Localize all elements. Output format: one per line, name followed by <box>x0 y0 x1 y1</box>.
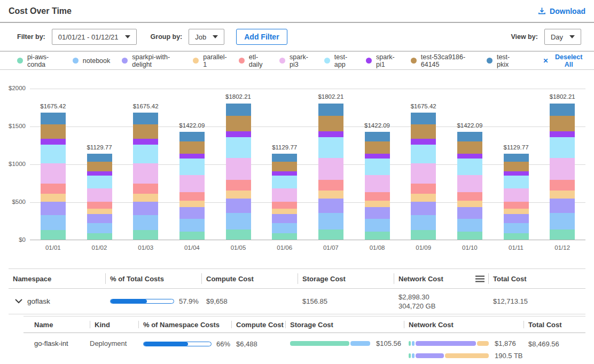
bar-segment-sparkpi-with-delight[interactable] <box>457 207 482 218</box>
bar-segment-spark-pi1[interactable] <box>226 131 251 138</box>
bar-segment-test-app[interactable] <box>457 159 482 175</box>
bar-segment-etl-daily[interactable] <box>272 202 297 209</box>
bar-segment-sparkpi-with-delight[interactable] <box>87 214 112 223</box>
bar-segment-test-pkix[interactable] <box>457 132 482 141</box>
bar-segment-spark-pi1[interactable] <box>550 131 575 138</box>
add-filter-button[interactable]: Add Filter <box>236 29 287 45</box>
stacked-bar[interactable] <box>179 132 205 240</box>
legend-item-spark-pi3[interactable]: spark-pi3 <box>279 53 312 68</box>
bar-segment-spark-pi3[interactable] <box>272 188 297 202</box>
bar-segment-spark-pi1[interactable] <box>179 154 205 159</box>
bar-segment-spark-pi1[interactable] <box>133 139 158 145</box>
stacked-bar[interactable] <box>411 113 436 240</box>
bar-segment-notebook[interactable] <box>550 213 575 230</box>
legend-item-notebook[interactable]: notebook <box>73 57 110 65</box>
bar-segment-notebook[interactable] <box>133 215 158 231</box>
bar-segment-test-app[interactable] <box>411 145 436 164</box>
bar-segment-test-pkix[interactable] <box>272 154 297 162</box>
bar-segment-etl-daily[interactable] <box>411 184 436 194</box>
bar-segment-test-app[interactable] <box>226 137 251 157</box>
stacked-bar[interactable] <box>550 104 575 240</box>
bar-segment-pi-aws-conda[interactable] <box>550 230 575 240</box>
bar-segment-sparkpi-with-delight[interactable] <box>41 202 66 215</box>
bar-segment-pi-aws-conda[interactable] <box>133 230 158 240</box>
bar-segment-spark-pi3[interactable] <box>41 163 66 184</box>
bar-segment-etl-daily[interactable] <box>318 180 343 191</box>
download-button[interactable]: Download <box>538 7 585 15</box>
bar-segment-test-app[interactable] <box>272 176 297 188</box>
view-by-select[interactable]: Day <box>544 29 581 45</box>
bar-segment-test-pkix[interactable] <box>318 104 343 116</box>
bar-segment-notebook[interactable] <box>411 215 436 231</box>
bar-segment-spark-pi1[interactable] <box>318 131 343 138</box>
stacked-bar[interactable] <box>87 154 112 240</box>
bar-segment-etl-daily[interactable] <box>504 202 529 209</box>
bar-segment-spark-pi3[interactable] <box>411 163 436 184</box>
bar-segment-parallel-1[interactable] <box>133 194 158 201</box>
bar-segment-notebook[interactable] <box>226 213 251 230</box>
bar-segment-spark-pi3[interactable] <box>318 158 343 180</box>
bar-segment-spark-pi3[interactable] <box>87 188 112 202</box>
bar-segment-test-app[interactable] <box>504 176 529 188</box>
stacked-bar[interactable] <box>365 132 390 240</box>
bar-segment-test-53ca9186-64145[interactable] <box>318 116 343 131</box>
bar-segment-spark-pi1[interactable] <box>411 139 436 145</box>
bar-segment-sparkpi-with-delight[interactable] <box>550 199 575 213</box>
legend-item-test-app[interactable]: test-app <box>324 53 354 68</box>
bar-segment-parallel-1[interactable] <box>457 201 482 207</box>
bar-segment-test-pkix[interactable] <box>550 104 575 116</box>
bar-segment-test-pkix[interactable] <box>179 132 205 141</box>
stacked-bar[interactable] <box>318 104 343 240</box>
bar-segment-test-app[interactable] <box>550 137 575 157</box>
bar-segment-notebook[interactable] <box>504 223 529 233</box>
bar-segment-pi-aws-conda[interactable] <box>504 233 529 240</box>
bar-segment-etl-daily[interactable] <box>133 184 158 194</box>
bar-segment-spark-pi3[interactable] <box>179 175 205 192</box>
bar-segment-pi-aws-conda[interactable] <box>318 230 343 240</box>
bar-segment-test-53ca9186-64145[interactable] <box>226 116 251 131</box>
bar-segment-spark-pi1[interactable] <box>504 171 529 175</box>
bar-segment-pi-aws-conda[interactable] <box>411 230 436 240</box>
bar-segment-sparkpi-with-delight[interactable] <box>318 199 343 213</box>
deselect-all-button[interactable]: ✕ Deselect All <box>543 53 585 68</box>
bar-segment-spark-pi1[interactable] <box>457 154 482 159</box>
legend-item-etl-daily[interactable]: etl-daily <box>239 53 268 68</box>
bar-segment-spark-pi1[interactable] <box>41 139 66 145</box>
bar-segment-test-pkix[interactable] <box>411 113 436 124</box>
bar-segment-test-53ca9186-64145[interactable] <box>365 141 390 154</box>
bar-segment-notebook[interactable] <box>365 219 390 232</box>
bar-segment-etl-daily[interactable] <box>457 192 482 201</box>
bar-segment-test-pkix[interactable] <box>133 113 158 124</box>
bar-segment-sparkpi-with-delight[interactable] <box>133 202 158 215</box>
bar-segment-test-53ca9186-64145[interactable] <box>457 141 482 154</box>
bar-segment-etl-daily[interactable] <box>179 192 205 201</box>
bar-segment-notebook[interactable] <box>87 223 112 233</box>
bar-segment-spark-pi1[interactable] <box>365 154 390 159</box>
bar-segment-test-53ca9186-64145[interactable] <box>272 162 297 172</box>
bar-segment-spark-pi3[interactable] <box>457 175 482 192</box>
bar-segment-pi-aws-conda[interactable] <box>87 233 112 240</box>
bar-segment-notebook[interactable] <box>457 219 482 232</box>
column-menu-icon[interactable] <box>475 275 485 283</box>
bar-segment-test-53ca9186-64145[interactable] <box>550 116 575 131</box>
stacked-bar[interactable] <box>226 104 251 240</box>
legend-item-sparkpi-with-delight[interactable]: sparkpi-with-delight <box>122 53 181 68</box>
bar-segment-parallel-1[interactable] <box>365 201 390 207</box>
bar-segment-spark-pi3[interactable] <box>133 163 158 184</box>
bar-segment-test-app[interactable] <box>87 176 112 188</box>
bar-segment-test-53ca9186-64145[interactable] <box>87 162 112 172</box>
bar-segment-test-pkix[interactable] <box>365 132 390 141</box>
chevron-down-icon[interactable] <box>15 299 22 304</box>
bar-segment-parallel-1[interactable] <box>226 191 251 199</box>
bar-segment-test-pkix[interactable] <box>41 113 66 124</box>
group-by-select[interactable]: Job <box>189 29 224 45</box>
bar-segment-test-pkix[interactable] <box>87 154 112 162</box>
bar-segment-parallel-1[interactable] <box>550 191 575 199</box>
bar-segment-test-53ca9186-64145[interactable] <box>504 162 529 172</box>
bar-segment-sparkpi-with-delight[interactable] <box>365 207 390 218</box>
bar-segment-pi-aws-conda[interactable] <box>179 232 205 240</box>
bar-segment-test-53ca9186-64145[interactable] <box>179 141 205 154</box>
bar-segment-spark-pi3[interactable] <box>550 158 575 180</box>
bar-segment-notebook[interactable] <box>179 219 205 232</box>
bar-segment-test-pkix[interactable] <box>226 104 251 116</box>
